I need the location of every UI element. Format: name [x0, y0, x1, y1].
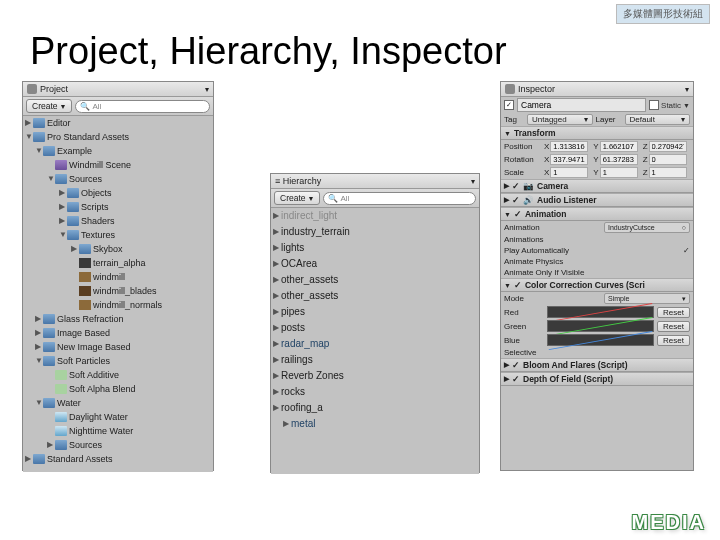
disclosure-arrow[interactable]: ▶ [59, 186, 67, 200]
hierarchy-item[interactable]: ▶industry_terrain [271, 224, 479, 240]
project-item[interactable]: Windmill Scene [23, 158, 213, 172]
pos-x[interactable] [550, 141, 588, 152]
disclosure-arrow[interactable]: ▶ [273, 304, 281, 320]
disclosure-arrow[interactable]: ▶ [59, 200, 67, 214]
disclosure-arrow[interactable]: ▶ [273, 352, 281, 368]
static-toggle[interactable]: Static▼ [649, 100, 690, 110]
project-item[interactable]: Soft Alpha Blend [23, 382, 213, 396]
panel-menu-icon[interactable]: ▾ [471, 177, 475, 186]
hierarchy-tab[interactable]: ≡ Hierarchy ▾ [271, 174, 479, 189]
play-auto-checkbox[interactable]: ✓ [683, 246, 690, 255]
project-item[interactable]: Soft Additive [23, 368, 213, 382]
disclosure-arrow[interactable]: ▼ [35, 396, 43, 410]
project-item[interactable]: ▼Sources [23, 172, 213, 186]
disclosure-arrow[interactable]: ▶ [71, 242, 79, 256]
disclosure-arrow[interactable]: ▼ [59, 228, 67, 242]
hierarchy-item[interactable]: ▶pipes [271, 304, 479, 320]
rot-z[interactable] [649, 154, 687, 165]
hierarchy-item[interactable]: ▶indirect_light [271, 208, 479, 224]
disclosure-arrow[interactable]: ▶ [273, 256, 281, 272]
hierarchy-item[interactable]: ▶radar_map [271, 336, 479, 352]
project-item[interactable]: ▶Glass Refraction [23, 312, 213, 326]
project-item[interactable]: ▶Sources [23, 438, 213, 452]
project-item[interactable]: Daylight Water [23, 410, 213, 424]
disclosure-arrow[interactable]: ▶ [35, 340, 43, 354]
enabled-checkbox[interactable]: ✓ [504, 100, 514, 110]
inspector-tab[interactable]: Inspector ▾ [501, 82, 693, 97]
animation-header[interactable]: ▼✓Animation [501, 207, 693, 221]
project-item[interactable]: ▼Textures [23, 228, 213, 242]
camera-header[interactable]: ▶✓📷 Camera [501, 179, 693, 193]
scale-x[interactable] [550, 167, 588, 178]
create-button[interactable]: Create▼ [26, 99, 72, 113]
disclosure-arrow[interactable]: ▶ [273, 368, 281, 384]
bloom-header[interactable]: ▶✓Bloom And Flares (Script) [501, 358, 693, 372]
object-name-input[interactable] [517, 98, 646, 112]
red-curve[interactable] [547, 306, 654, 318]
disclosure-arrow[interactable]: ▶ [35, 312, 43, 326]
disclosure-arrow[interactable]: ▶ [273, 224, 281, 240]
panel-menu-icon[interactable]: ▾ [205, 85, 209, 94]
pos-y[interactable] [600, 141, 638, 152]
project-item[interactable]: ▶Scripts [23, 200, 213, 214]
hierarchy-item[interactable]: ▶other_assets [271, 272, 479, 288]
tag-dropdown[interactable]: Untagged▾ [527, 114, 593, 125]
disclosure-arrow[interactable]: ▼ [47, 172, 55, 186]
green-curve[interactable] [547, 320, 654, 332]
colorcorr-header[interactable]: ▼✓Color Correction Curves (Scri [501, 278, 693, 292]
reset-button[interactable]: Reset [657, 335, 690, 346]
audio-header[interactable]: ▶✓🔊 Audio Listener [501, 193, 693, 207]
project-item[interactable]: windmill_blades [23, 284, 213, 298]
create-button[interactable]: Create▼ [274, 191, 320, 205]
project-item[interactable]: ▶Standard Assets [23, 452, 213, 466]
disclosure-arrow[interactable]: ▶ [273, 288, 281, 304]
project-item[interactable]: Nighttime Water [23, 424, 213, 438]
disclosure-arrow[interactable]: ▶ [273, 320, 281, 336]
disclosure-arrow[interactable]: ▶ [59, 214, 67, 228]
hierarchy-item[interactable]: ▶OCArea [271, 256, 479, 272]
rot-y[interactable] [600, 154, 638, 165]
hierarchy-item[interactable]: ▶roofing_a [271, 400, 479, 416]
mode-dropdown[interactable]: Simple▾ [604, 293, 690, 304]
hierarchy-item[interactable]: ▶railings [271, 352, 479, 368]
hierarchy-item[interactable]: ▶metal [271, 416, 479, 432]
hierarchy-item[interactable]: ▶other_assets [271, 288, 479, 304]
transform-header[interactable]: ▼Transform [501, 126, 693, 140]
hierarchy-item[interactable]: ▶posts [271, 320, 479, 336]
project-item[interactable]: windmill_normals [23, 298, 213, 312]
disclosure-arrow[interactable]: ▶ [47, 438, 55, 452]
blue-curve[interactable] [547, 334, 654, 346]
layer-dropdown[interactable]: Default▾ [625, 114, 691, 125]
project-item[interactable]: ▶Skybox [23, 242, 213, 256]
project-item[interactable]: ▶New Image Based [23, 340, 213, 354]
project-item[interactable]: ▼Pro Standard Assets [23, 130, 213, 144]
hierarchy-search[interactable]: 🔍All [323, 192, 476, 205]
panel-menu-icon[interactable]: ▾ [685, 85, 689, 94]
project-item[interactable]: ▶Objects [23, 186, 213, 200]
project-search[interactable]: 🔍All [75, 100, 210, 113]
hierarchy-item[interactable]: ▶rocks [271, 384, 479, 400]
reset-button[interactable]: Reset [657, 321, 690, 332]
hierarchy-item[interactable]: ▶Reverb Zones [271, 368, 479, 384]
disclosure-arrow[interactable]: ▶ [273, 208, 281, 224]
scale-y[interactable] [600, 167, 638, 178]
disclosure-arrow[interactable]: ▶ [35, 326, 43, 340]
anim-slot[interactable]: IndustryCutsce○ [604, 222, 690, 233]
project-item[interactable]: ▶Shaders [23, 214, 213, 228]
hierarchy-item[interactable]: ▶lights [271, 240, 479, 256]
disclosure-arrow[interactable]: ▶ [273, 384, 281, 400]
disclosure-arrow[interactable]: ▶ [25, 452, 33, 466]
project-item[interactable]: ▶Image Based [23, 326, 213, 340]
project-item[interactable]: ▼Example [23, 144, 213, 158]
disclosure-arrow[interactable]: ▼ [35, 354, 43, 368]
reset-button[interactable]: Reset [657, 307, 690, 318]
project-item[interactable]: ▶Editor [23, 116, 213, 130]
disclosure-arrow[interactable]: ▶ [283, 416, 291, 432]
scale-z[interactable] [649, 167, 687, 178]
project-item[interactable]: terrain_alpha [23, 256, 213, 270]
disclosure-arrow[interactable]: ▼ [25, 130, 33, 144]
project-item[interactable]: ▼Soft Particles [23, 354, 213, 368]
project-tab[interactable]: Project ▾ [23, 82, 213, 97]
project-item[interactable]: ▼Water [23, 396, 213, 410]
disclosure-arrow[interactable]: ▶ [273, 272, 281, 288]
